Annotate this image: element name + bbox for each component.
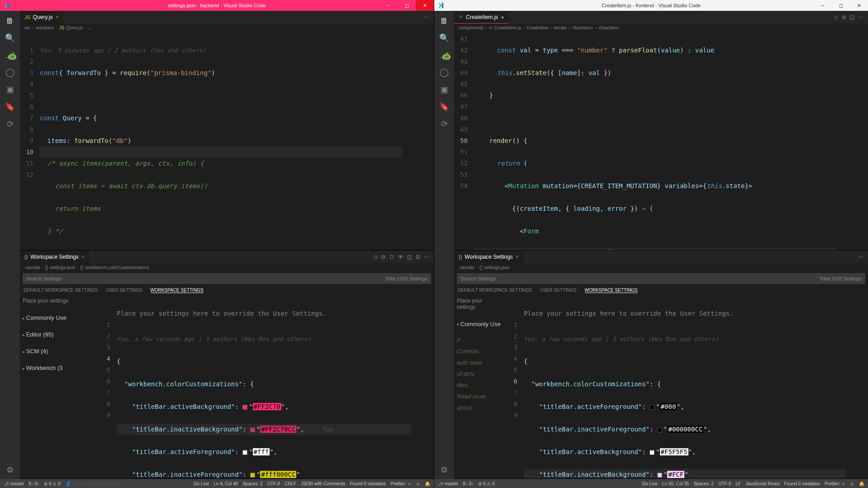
encoding[interactable]: UTF-8 (718, 481, 731, 486)
close-button[interactable]: ✕ (416, 0, 434, 11)
breadcrumb-settings[interactable]: .vscode› {}settings.json› {}workbench.co… (20, 263, 434, 271)
action-icon[interactable]: 👁 (398, 254, 403, 260)
scm-container: ⎇ 25 (439, 50, 450, 61)
code-editor[interactable]: 4142434445464748495051525354 const val =… (454, 32, 868, 250)
minimap[interactable] (845, 295, 868, 479)
settings-body: Place your settings Commonly Use // Cont… (454, 295, 868, 479)
settings-json-editor[interactable]: 123456789 Place your settings here to ov… (504, 295, 868, 479)
variables-indicator[interactable]: Found 0 variables (350, 481, 386, 486)
language-mode[interactable]: JSON with Comments (301, 481, 345, 486)
eol[interactable]: LF (735, 481, 741, 486)
prettier-status[interactable]: Prettier: ✓ (825, 481, 845, 486)
live-share-icon[interactable]: ⟳ (439, 118, 450, 129)
maximize-button[interactable]: ◻ (832, 0, 850, 11)
action-icon[interactable]: ◇ (834, 14, 838, 20)
breadcrumb[interactable]: components› ⚛CreateItem.js› CreateItem› … (454, 24, 868, 32)
action-icon[interactable]: ⧉ (842, 14, 846, 20)
explorer-icon[interactable]: 🗎 (5, 15, 15, 26)
tab-workspace-settings[interactable]: {} Workspace Settings × (454, 251, 524, 263)
minimize-button[interactable]: ─ (814, 0, 832, 11)
tab-workspace-settings-scope[interactable]: WORKSPACE SETTINGS (151, 288, 204, 293)
maximize-button[interactable]: ◻ (398, 0, 416, 11)
indentation[interactable]: Spaces: 2 (242, 481, 262, 486)
close-button[interactable]: ✕ (850, 0, 868, 11)
tab-user-settings[interactable]: USER SETTINGS (106, 288, 142, 293)
code-editor[interactable]: 123456789101112 You, 5 minutes ago | 2 a… (20, 32, 434, 250)
tab-createitem-js[interactable]: ⚛ CreateItem.js ● (454, 11, 509, 24)
outline-workbench[interactable]: Workbench (3 (23, 360, 94, 376)
minimap[interactable] (411, 295, 434, 479)
encoding[interactable]: UTF-8 (267, 481, 280, 486)
action-icon[interactable]: 🗋 (389, 254, 394, 260)
go-live-button[interactable]: Go Live (194, 481, 209, 486)
action-icon[interactable]: ⧉ (381, 254, 385, 260)
tab-workspace-settings[interactable]: {} Workspace Settings × (20, 251, 90, 263)
indentation[interactable]: Spaces: 2 (693, 481, 713, 486)
settings-search[interactable]: Search Settings Total 1102 Settings (457, 273, 865, 284)
more-icon[interactable]: ⋯ (424, 254, 429, 260)
line-numbers: 123456789 (97, 295, 117, 479)
variables-indicator[interactable]: Found 0 variables (784, 481, 820, 486)
notifications-icon[interactable]: 🔔 (425, 481, 430, 486)
tab-user-settings[interactable]: USER SETTINGS (540, 288, 577, 293)
tab-close-icon[interactable]: × (81, 254, 85, 260)
bookmark-icon[interactable]: 🔖 (5, 101, 15, 112)
settings-gear-icon[interactable]: ⚙ (439, 464, 450, 475)
extensions-icon[interactable]: ▣ (439, 84, 450, 95)
search-icon[interactable]: 🔍 (5, 33, 15, 43)
split-icon[interactable]: ◫ (849, 14, 854, 20)
extensions-icon[interactable]: ▣ (5, 84, 15, 95)
titlebar-right[interactable]: CreateItem.js - frontend - Visual Studio… (434, 0, 868, 11)
split-icon[interactable]: ◫ (407, 254, 412, 260)
sync-indicator[interactable]: 8↓ 0↑ (28, 481, 39, 486)
prettier-status[interactable]: Prettier: ✓ (390, 481, 411, 486)
more-icon[interactable]: ⋯ (858, 254, 863, 260)
tab-default-settings[interactable]: DEFAULT WORKSPACE SETTINGS (458, 288, 532, 293)
tab-workspace-settings-scope[interactable]: WORKSPACE SETTINGS (585, 288, 638, 293)
titlebar-left[interactable]: settings.json - backend - Visual Studio … (0, 0, 434, 11)
problems-indicator[interactable]: ⊘ 0 ⚠ 0 (478, 481, 494, 486)
tab-default-settings[interactable]: DEFAULT WORKSPACE SETTINGS (24, 288, 98, 293)
language-mode[interactable]: JavaScript React (745, 481, 780, 486)
branch-indicator[interactable]: ⎇ master (438, 481, 458, 486)
feedback-icon[interactable]: ☺ (416, 481, 420, 486)
go-live-button[interactable]: Go Live (642, 481, 657, 486)
live-share-icon[interactable]: ⟳ (5, 118, 15, 129)
problems-indicator[interactable]: ⊘ 0 ⚠ 0 (44, 481, 60, 486)
debug-icon[interactable]: ◯ (5, 67, 15, 78)
breadcrumb-settings[interactable]: .vscode› {}settings.json (454, 263, 868, 271)
sync-indicator[interactable]: 8↓ 0↑ (463, 481, 474, 486)
debug-icon[interactable]: ◯ (439, 67, 450, 78)
breadcrumb[interactable]: src› resolvers› JS Query.js› ... (20, 24, 434, 32)
branch-indicator[interactable]: ⎇ master (4, 481, 24, 486)
editor-area: ⚛ CreateItem.js ● ◇ ⧉ ◫ ⋯ components› (454, 11, 868, 479)
cursor-position[interactable]: Ln 4, Col 48 (213, 481, 238, 486)
minimap[interactable] (836, 32, 868, 250)
action-icon[interactable]: ◇ (374, 254, 378, 260)
outline-editor[interactable]: Editor (95) (23, 326, 94, 343)
split-icon[interactable]: ⊟ (416, 254, 420, 260)
vscode-window-left: settings.json - backend - Visual Studio … (0, 0, 434, 488)
tab-close-icon[interactable]: × (516, 254, 519, 260)
eol[interactable]: CRLF (285, 481, 296, 486)
tabs-bar: ⚛ CreateItem.js ● ◇ ⧉ ◫ ⋯ (454, 11, 868, 24)
explorer-icon[interactable]: 🗎 (439, 15, 450, 26)
settings-search[interactable]: Search Settings Total 1102 Settings (23, 273, 431, 284)
feedback-icon[interactable]: ☺ (850, 481, 854, 486)
tab-query-js[interactable]: JS Query.js × (20, 11, 64, 24)
outline-scm[interactable]: SCM (4) (23, 343, 94, 360)
cursor-position[interactable]: Ln 50, Col 35 (662, 481, 689, 486)
minimap[interactable] (402, 32, 434, 250)
outline-commonly-used[interactable]: Commonly Use (457, 316, 501, 332)
tab-dirty-icon[interactable]: ● (501, 14, 504, 20)
settings-gear-icon[interactable]: ⚙ (5, 464, 15, 475)
bookmark-icon[interactable]: 🔖 (439, 101, 450, 112)
more-icon[interactable]: ⋯ (858, 14, 863, 20)
more-icon[interactable]: ⋯ (424, 14, 429, 20)
notifications-icon[interactable]: 🔔 (859, 481, 864, 486)
outline-commonly-used[interactable]: Commonly Use (23, 309, 94, 326)
minimize-button[interactable]: ─ (379, 0, 398, 11)
settings-json-editor[interactable]: 123456789 Place your settings here to ov… (97, 295, 434, 479)
tab-close-icon[interactable]: × (56, 14, 59, 20)
search-icon[interactable]: 🔍 (439, 33, 450, 43)
